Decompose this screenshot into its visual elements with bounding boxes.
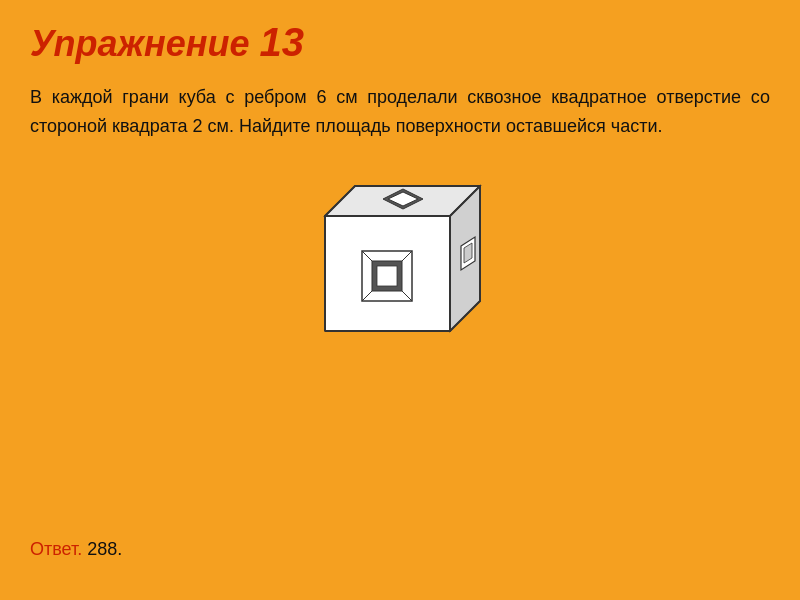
page-container: Упражнение 13 В каждой грани куба с ребр…	[0, 0, 800, 600]
answer-label: Ответ.	[30, 539, 82, 559]
title-number: 13	[260, 20, 305, 65]
cube-svg	[295, 161, 505, 361]
problem-text: В каждой грани куба с ребром 6 см продел…	[30, 83, 770, 141]
cube-illustration	[30, 161, 770, 361]
title-prefix: Упражнение	[30, 23, 250, 65]
svg-rect-10	[377, 266, 397, 286]
answer-section: Ответ. 288.	[30, 539, 122, 560]
title-line: Упражнение 13	[30, 20, 770, 65]
answer-value: 288.	[82, 539, 122, 559]
